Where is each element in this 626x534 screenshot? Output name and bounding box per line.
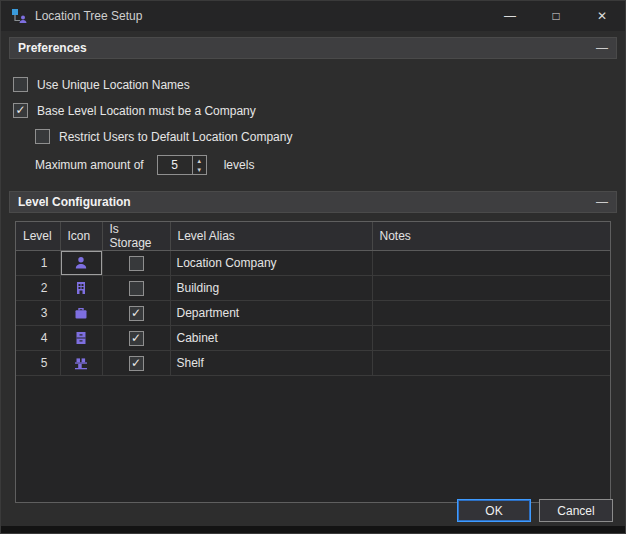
use-unique-location-names-row[interactable]: Use Unique Location Names (13, 76, 615, 93)
window-title: Location Tree Setup (35, 9, 142, 23)
max-levels-value[interactable]: 5 (158, 156, 192, 174)
table-row[interactable]: 2 (16, 276, 610, 301)
is-storage-checkbox[interactable] (129, 281, 144, 296)
dialog-footer: OK Cancel (457, 499, 613, 522)
base-level-company-checkbox[interactable]: ✓ (13, 103, 28, 118)
level-alias-cell[interactable]: Shelf (170, 351, 372, 376)
level-configuration-collapse-icon[interactable]: — (596, 195, 608, 209)
restrict-users-row[interactable]: Restrict Users to Default Location Compa… (35, 128, 615, 145)
base-level-company-label: Base Level Location must be a Company (37, 104, 256, 118)
icon-cell[interactable] (60, 276, 102, 301)
is-storage-cell[interactable]: ✓ (102, 301, 170, 326)
is-storage-cell[interactable] (102, 276, 170, 301)
max-levels-row: Maximum amount of 5 ▲ ▼ levels (35, 155, 615, 175)
titlebar: Location Tree Setup — □ ✕ (1, 1, 625, 31)
cabinet-icon (73, 330, 89, 346)
is-storage-checkbox[interactable]: ✓ (129, 356, 144, 371)
window-controls: — □ ✕ (487, 1, 625, 31)
minimize-button[interactable]: — (487, 1, 533, 31)
app-icon (11, 8, 27, 24)
level-configuration-group-header: Level Configuration — (9, 191, 617, 213)
ok-button[interactable]: OK (457, 499, 531, 522)
shelf-icon (73, 355, 89, 371)
restrict-users-checkbox[interactable] (35, 129, 50, 144)
table-row[interactable]: 5 ✓ (16, 351, 610, 376)
table-row[interactable]: 3 ✓ Department (16, 301, 610, 326)
restrict-users-label: Restrict Users to Default Location Compa… (59, 130, 292, 144)
max-levels-spinner[interactable]: 5 ▲ ▼ (157, 155, 207, 175)
icon-cell[interactable] (60, 301, 102, 326)
column-header-notes[interactable]: Notes (372, 222, 610, 251)
level-number: 4 (16, 326, 60, 351)
preferences-group-header: Preferences — (9, 37, 617, 59)
column-header-level[interactable]: Level (16, 222, 60, 251)
level-configuration-header-label: Level Configuration (18, 195, 131, 209)
is-storage-cell[interactable]: ✓ (102, 351, 170, 376)
is-storage-checkbox[interactable]: ✓ (129, 331, 144, 346)
level-number: 1 (16, 251, 60, 276)
level-alias-cell[interactable]: Building (170, 276, 372, 301)
notes-cell[interactable] (372, 276, 610, 301)
icon-cell[interactable] (60, 351, 102, 376)
level-number: 5 (16, 351, 60, 376)
window-bottom-edge (1, 526, 625, 533)
is-storage-checkbox[interactable]: ✓ (129, 306, 144, 321)
notes-cell[interactable] (372, 326, 610, 351)
use-unique-location-names-label: Use Unique Location Names (37, 78, 190, 92)
base-level-company-row[interactable]: ✓ Base Level Location must be a Company (13, 102, 615, 119)
preferences-section: Use Unique Location Names ✓ Base Level L… (1, 59, 625, 175)
is-storage-cell[interactable] (102, 251, 170, 276)
department-icon (73, 305, 89, 321)
location-tree-setup-dialog: Location Tree Setup — □ ✕ Preferences — … (0, 0, 626, 534)
is-storage-checkbox[interactable] (129, 256, 144, 271)
max-levels-suffix: levels (224, 158, 255, 172)
column-header-level-alias[interactable]: Level Alias (170, 222, 372, 251)
table-row[interactable]: 1 Location Company (16, 251, 610, 276)
cancel-button[interactable]: Cancel (539, 499, 613, 522)
building-icon (73, 280, 89, 296)
table-row[interactable]: 4 ✓ Cabine (16, 326, 610, 351)
notes-cell[interactable] (372, 301, 610, 326)
level-configuration-table: Level Icon Is Storage Level Alias Notes … (15, 221, 611, 503)
location-company-icon (73, 255, 89, 271)
use-unique-location-names-checkbox[interactable] (13, 77, 28, 92)
icon-cell[interactable] (60, 251, 102, 276)
close-button[interactable]: ✕ (579, 1, 625, 31)
spinner-down-icon[interactable]: ▼ (193, 165, 206, 174)
level-number: 2 (16, 276, 60, 301)
notes-cell[interactable] (372, 251, 610, 276)
column-header-icon[interactable]: Icon (60, 222, 102, 251)
level-alias-cell[interactable]: Location Company (170, 251, 372, 276)
column-header-is-storage[interactable]: Is Storage (102, 222, 170, 251)
spinner-up-icon[interactable]: ▲ (193, 156, 206, 165)
level-alias-cell[interactable]: Department (170, 301, 372, 326)
preferences-header-label: Preferences (18, 41, 87, 55)
level-number: 3 (16, 301, 60, 326)
level-alias-cell[interactable]: Cabinet (170, 326, 372, 351)
is-storage-cell[interactable]: ✓ (102, 326, 170, 351)
table-header-row: Level Icon Is Storage Level Alias Notes (16, 222, 610, 251)
spinner-buttons: ▲ ▼ (192, 156, 206, 174)
icon-cell[interactable] (60, 326, 102, 351)
maximize-button[interactable]: □ (533, 1, 579, 31)
preferences-collapse-icon[interactable]: — (596, 41, 608, 55)
notes-cell[interactable] (372, 351, 610, 376)
max-levels-label: Maximum amount of (35, 158, 144, 172)
